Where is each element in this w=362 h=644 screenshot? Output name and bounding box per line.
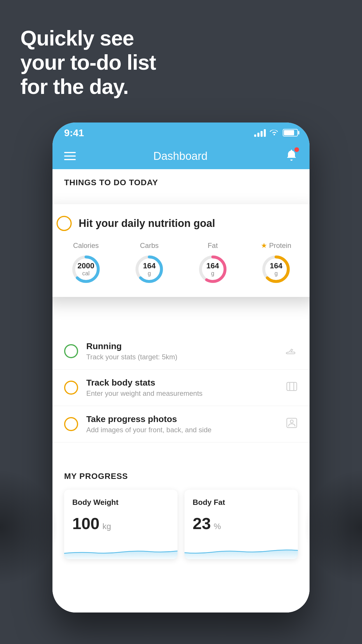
photos-text: Take progress photos Add images of your …	[86, 414, 277, 434]
svg-point-12	[290, 420, 293, 423]
phone-shadow-right	[304, 469, 362, 586]
protein-donut: 164 g	[260, 253, 292, 285]
nav-bar: Dashboard	[52, 143, 310, 169]
signal-icon	[254, 129, 266, 137]
carbs-unit: g	[143, 270, 156, 277]
hero-line2: your to-do list	[20, 50, 156, 75]
photos-title: Take progress photos	[86, 414, 277, 424]
todo-body-stats[interactable]: Track body stats Enter your weight and m…	[52, 370, 310, 406]
running-text: Running Track your stats (target: 5km)	[86, 341, 277, 361]
hero-line3: for the day.	[20, 75, 156, 99]
nutrition-calories: Calories 2000 cal	[57, 242, 115, 285]
body-weight-card[interactable]: Body Weight 100 kg	[64, 490, 178, 559]
carbs-label: Carbs	[140, 242, 159, 250]
nutrition-protein: ★Protein 164 g	[247, 242, 306, 285]
running-checkbox[interactable]	[64, 344, 78, 358]
scale-icon	[286, 381, 298, 394]
svg-rect-8	[287, 382, 297, 391]
hamburger-menu[interactable]	[64, 152, 76, 160]
body-weight-unit: kg	[102, 522, 111, 531]
calories-value: 2000	[78, 262, 94, 270]
todo-list: Running Track your stats (target: 5km) T…	[52, 333, 310, 442]
nutrition-fat: Fat 164 g	[183, 242, 242, 285]
photos-checkbox[interactable]	[64, 417, 78, 431]
status-icons	[254, 128, 298, 138]
card-title-row: Hit your daily nutrition goal	[57, 216, 305, 231]
card-title: Hit your daily nutrition goal	[79, 217, 215, 230]
star-icon: ★	[261, 242, 267, 250]
progress-heading: MY PROGRESS	[64, 472, 298, 481]
fat-unit: g	[206, 270, 219, 277]
calories-unit: cal	[78, 270, 94, 277]
photos-subtitle: Add images of your front, back, and side	[86, 426, 277, 434]
body-stats-subtitle: Enter your weight and measurements	[86, 389, 277, 398]
body-weight-value-row: 100 kg	[72, 514, 169, 533]
progress-section: MY PROGRESS Body Weight 100 kg	[52, 460, 310, 571]
wifi-icon	[269, 128, 279, 138]
running-title: Running	[86, 341, 277, 351]
body-weight-chart	[64, 542, 178, 559]
protein-unit: g	[270, 270, 282, 277]
hero-line1: Quickly see	[20, 26, 156, 50]
body-fat-unit: %	[214, 522, 221, 531]
status-bar: 9:41	[52, 123, 310, 143]
task-checkbox[interactable]	[57, 216, 72, 231]
carbs-donut: 164 g	[133, 253, 165, 285]
notification-bell[interactable]	[285, 148, 298, 164]
body-stats-text: Track body stats Enter your weight and m…	[86, 378, 277, 398]
shoe-icon	[286, 345, 298, 358]
carbs-value: 164	[143, 262, 156, 270]
progress-cards: Body Weight 100 kg	[64, 490, 298, 559]
fat-label: Fat	[208, 242, 218, 250]
fat-value: 164	[206, 262, 219, 270]
person-icon	[286, 418, 298, 431]
body-fat-card[interactable]: Body Fat 23 %	[184, 490, 298, 559]
phone-mockup: 9:41 Dashboard	[52, 123, 310, 612]
body-fat-card-title: Body Fat	[193, 498, 290, 507]
body-fat-value: 23	[193, 514, 211, 533]
running-subtitle: Track your stats (target: 5km)	[86, 353, 277, 361]
todo-running[interactable]: Running Track your stats (target: 5km)	[52, 333, 310, 370]
body-fat-chart	[184, 542, 298, 559]
calories-donut: 2000 cal	[70, 253, 102, 285]
nav-title: Dashboard	[153, 150, 208, 162]
body-weight-value: 100	[72, 514, 99, 533]
phone-shadow-left	[0, 469, 58, 586]
body-weight-card-title: Body Weight	[72, 498, 169, 507]
protein-label: ★Protein	[261, 242, 291, 250]
phone-content: THINGS TO DO TODAY Hit your daily nutrit…	[52, 169, 310, 612]
protein-value: 164	[270, 262, 282, 270]
things-section-header: THINGS TO DO TODAY	[52, 169, 310, 193]
nutrition-carbs: Carbs 164 g	[120, 242, 179, 285]
body-stats-title: Track body stats	[86, 378, 277, 388]
nutrition-grid: Calories 2000 cal Carbs	[57, 242, 305, 285]
fat-donut: 164 g	[197, 253, 229, 285]
hero-text: Quickly see your to-do list for the day.	[20, 26, 156, 99]
body-fat-value-row: 23 %	[193, 514, 290, 533]
notification-dot	[294, 147, 299, 152]
todo-photos[interactable]: Take progress photos Add images of your …	[52, 406, 310, 442]
status-time: 9:41	[64, 127, 84, 139]
battery-icon	[283, 129, 298, 136]
nutrition-card[interactable]: Hit your daily nutrition goal Calories 2…	[52, 204, 310, 297]
body-stats-checkbox[interactable]	[64, 381, 78, 395]
calories-label: Calories	[73, 242, 99, 250]
